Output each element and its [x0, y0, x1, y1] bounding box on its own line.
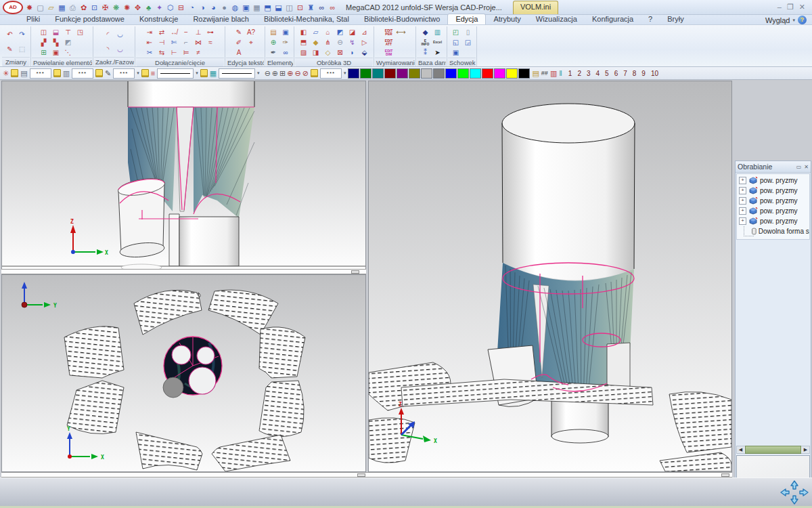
tree-item-pow-pryzmy[interactable]: + pow. pryzmy [737, 196, 809, 206]
color-swatch[interactable] [470, 68, 481, 79]
tree-item-pow-pryzmy[interactable]: + pow. pryzmy [737, 206, 809, 216]
tree-item-pow-pryzmy[interactable]: + pow. pryzmy [737, 186, 809, 196]
document-tab[interactable]: VOLM.ini [513, 1, 558, 14]
layer-field[interactable]: *** [30, 68, 51, 79]
menu-tab-konfiguracja[interactable]: Konfiguracja [585, 14, 641, 24]
menu-tab-konstrukcje[interactable]: Konstrukcje [132, 14, 185, 24]
ribbon-icon[interactable]: ⊤ [62, 27, 74, 37]
viewport-top[interactable]: Y Y X [1, 274, 366, 472]
zoom-tool-icon[interactable]: ⊕ [272, 68, 278, 79]
quick-access-icon[interactable]: ▦ [57, 2, 67, 13]
ribbon-icon[interactable]: ⬙ [359, 47, 370, 58]
color-swatch[interactable] [421, 68, 432, 79]
quick-access-icon[interactable]: ⊡ [89, 2, 99, 13]
line-style-sample[interactable] [219, 68, 255, 79]
color-swatch[interactable] [348, 68, 359, 79]
ribbon-icon[interactable]: ↶ [4, 27, 16, 42]
layer-number[interactable]: 3 [587, 70, 591, 77]
color-swatch[interactable] [494, 68, 505, 79]
ribbon-icon[interactable]: ⊣ [156, 37, 168, 47]
point-mode-icon[interactable]: ✳ [3, 68, 9, 79]
color-swatch[interactable] [397, 68, 408, 79]
color-swatch[interactable] [360, 68, 371, 79]
ribbon-icon[interactable]: ⬓ [50, 27, 62, 37]
ribbon-icon[interactable]: ▨ [298, 47, 309, 58]
layer-number[interactable]: 7 [623, 70, 627, 77]
ribbon-icon[interactable]: ⬚ [16, 42, 28, 57]
ribbon-icon[interactable]: ◱ [450, 37, 461, 47]
scroll-right-icon[interactable]: ▶ [802, 446, 809, 453]
color-swatch[interactable] [445, 68, 457, 79]
menu-tab-rozwijanie-blach[interactable]: Rozwijanie blach [185, 14, 256, 24]
ribbon-icon[interactable]: ◜ [102, 27, 114, 42]
quick-access-icon[interactable]: ♣ [143, 2, 154, 13]
pen-icon[interactable]: ✎ [105, 68, 111, 79]
ribbon-icon[interactable]: ⌖ [246, 37, 257, 47]
zoom-tool-icon[interactable]: ⊖ [265, 68, 271, 79]
line-width-sample[interactable] [157, 68, 194, 79]
quick-access-icon[interactable]: ▱ [46, 2, 56, 13]
ribbon-icon[interactable]: ▞ [38, 37, 49, 47]
scrollbar-thumb[interactable] [745, 446, 801, 454]
group-field[interactable]: *** [72, 68, 93, 79]
ribbon-icon[interactable]: ➤ [432, 47, 443, 58]
expand-icon[interactable]: + [739, 207, 746, 215]
ribbon-icon[interactable]: ≠ [193, 47, 204, 58]
menu-tab-pliki[interactable]: Pliki [19, 14, 47, 24]
splitter-button[interactable] [721, 473, 729, 477]
close-button[interactable]: ✕ [799, 3, 805, 12]
menu-tab-bryly[interactable]: Bryły [660, 14, 691, 24]
color-swatch[interactable] [482, 68, 493, 79]
viewport-front[interactable]: Z X [1, 81, 366, 270]
zoom-tool-icon[interactable]: ⊘ [302, 68, 309, 79]
quick-access-icon[interactable]: ⬡ [165, 2, 175, 13]
ribbon-icon[interactable]: ◰ [450, 27, 461, 37]
layer-number[interactable]: 4 [596, 70, 600, 77]
line-width-icon[interactable]: ≡ [151, 68, 155, 79]
ribbon-icon[interactable]: ◳ [74, 27, 86, 37]
layer-number[interactable]: 9 [641, 70, 646, 77]
ribbon-icon[interactable]: ✐ [233, 37, 245, 47]
color-swatch[interactable] [433, 68, 445, 79]
layer-icon[interactable]: ▤ [20, 68, 27, 79]
ribbon-icon[interactable]: ◡ [114, 42, 126, 57]
quick-access-icon[interactable]: ▦ [252, 2, 262, 13]
pin-icon[interactable]: ▭ [796, 164, 802, 170]
ribbon-icon[interactable]: ⟷ [395, 27, 407, 37]
wyglad-menu[interactable]: Wygląd [765, 16, 790, 24]
lock-icon[interactable] [11, 69, 18, 77]
ribbon-icon[interactable]: ◡ [114, 27, 126, 42]
ribbon-icon[interactable]: ⋔ [322, 37, 334, 47]
ribbon-icon[interactable]: ◨ [310, 47, 321, 58]
tree-item-pow-pryzmy[interactable]: + pow. pryzmy [737, 175, 809, 186]
zoom-tool-icon[interactable]: ⊞ [279, 68, 286, 79]
ribbon-icon[interactable]: ◇ [322, 47, 334, 58]
color-swatch[interactable] [384, 68, 396, 79]
ribbon-icon[interactable]: ✂ [144, 47, 156, 58]
ribbon-icon[interactable]: ⊶ [205, 27, 217, 37]
ribbon-icon[interactable]: ◆ [420, 27, 431, 37]
menu-tab-help[interactable]: ? [641, 14, 660, 24]
lock-icon[interactable] [311, 69, 318, 77]
ribbon-icon[interactable]: ◲ [462, 37, 474, 47]
ribbon-icon[interactable]: ▣ [50, 47, 62, 58]
ribbon-icon[interactable]: ▚ [50, 37, 62, 47]
quick-access-icon[interactable]: ❋ [111, 2, 121, 13]
menu-tab-funkcje-podstawowe[interactable]: Funkcje podstawowe [47, 14, 132, 24]
menu-tab-atrybuty[interactable]: Atrybuty [486, 14, 528, 24]
ribbon-icon[interactable]: ⇤ [144, 37, 156, 47]
stripes-icon[interactable]: ‖ [559, 68, 562, 79]
menu-tab-edycja[interactable]: Edycja [447, 14, 486, 24]
lock-icon[interactable] [200, 69, 208, 77]
quick-access-icon[interactable]: ⎙ [68, 2, 78, 13]
quick-access-icon[interactable]: ◫ [284, 2, 294, 13]
line-style-icon[interactable]: ▦ [210, 68, 217, 79]
color-swatch[interactable] [409, 68, 420, 79]
quick-access-icon[interactable]: ◑ [198, 2, 208, 13]
quick-access-icon[interactable]: ▣ [241, 2, 251, 13]
ribbon-icon[interactable]: ▣ [280, 27, 292, 37]
ribbon-icon[interactable]: ✎ [233, 27, 245, 37]
splitter-button[interactable] [351, 270, 359, 274]
menu-tab-biblioteki-mechanika[interactable]: Biblioteki-Mechanika, Stal [256, 14, 357, 24]
expand-icon[interactable]: + [739, 187, 746, 194]
